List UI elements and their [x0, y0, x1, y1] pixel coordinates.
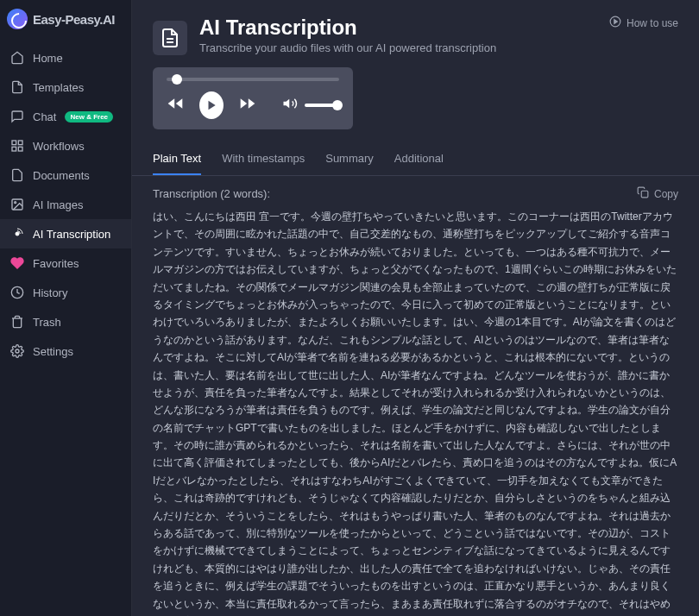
- nav-label: Home: [33, 52, 63, 65]
- svg-point-6: [16, 232, 19, 236]
- sidebar-item-documents[interactable]: Documents: [0, 160, 131, 190]
- svg-marker-15: [209, 101, 216, 110]
- chat-icon: [10, 110, 24, 123]
- tabs: Plain Text With timestamps Summary Addit…: [132, 143, 699, 176]
- document-icon: [10, 80, 24, 94]
- svg-rect-2: [18, 147, 22, 151]
- volume-thumb[interactable]: [332, 100, 343, 110]
- progress-bar[interactable]: [167, 78, 339, 81]
- nav-label: AI Images: [33, 198, 84, 211]
- logo-icon: [7, 9, 28, 29]
- nav-label: Templates: [33, 81, 84, 94]
- sidebar-item-templates[interactable]: Templates: [0, 72, 131, 102]
- brand-name: Easy-Peasy.AI: [33, 12, 115, 27]
- transcript-header: Transcription (2 words): Copy: [132, 176, 699, 208]
- main-content: AI Transcription Transcribe your audio f…: [132, 0, 699, 616]
- audio-player: [153, 67, 353, 129]
- transcript-text: はい、こんにちは西田 宜一です。今週の壁打ちやっていきたいと思います。このコーナ…: [153, 208, 678, 616]
- svg-marker-13: [168, 98, 175, 109]
- image-icon: [10, 198, 24, 211]
- forward-button[interactable]: [239, 95, 256, 116]
- svg-rect-0: [12, 141, 16, 145]
- copy-icon: [637, 186, 649, 201]
- nav-label: AI Transcription: [33, 228, 110, 241]
- svg-point-8: [16, 349, 19, 353]
- volume-icon[interactable]: [282, 96, 298, 115]
- tab-additional[interactable]: Additional: [394, 143, 444, 175]
- nav-label: Trash: [33, 316, 61, 329]
- header-left: AI Transcription Transcribe your audio f…: [153, 16, 496, 55]
- svg-marker-17: [241, 98, 248, 109]
- header: AI Transcription Transcribe your audio f…: [132, 0, 699, 64]
- trash-icon: [10, 315, 24, 329]
- play-button[interactable]: [199, 91, 224, 119]
- progress-thumb[interactable]: [172, 74, 182, 85]
- sidebar: Easy-Peasy.AI Home Templates Chat New & …: [0, 0, 132, 616]
- workflow-icon: [10, 139, 24, 153]
- how-to-use-button[interactable]: How to use: [609, 16, 678, 30]
- logo-area[interactable]: Easy-Peasy.AI: [0, 0, 131, 38]
- sidebar-item-ai-images[interactable]: AI Images: [0, 190, 131, 219]
- sidebar-item-chat[interactable]: Chat New & Free: [0, 102, 131, 131]
- sidebar-item-settings[interactable]: Settings: [0, 336, 131, 366]
- audio-icon: [10, 227, 24, 241]
- sidebar-item-favorites[interactable]: Favorites: [0, 248, 131, 278]
- copy-button[interactable]: Copy: [637, 186, 678, 201]
- svg-marker-16: [249, 98, 255, 109]
- copy-label: Copy: [654, 188, 678, 200]
- svg-rect-1: [18, 141, 22, 145]
- sidebar-item-home[interactable]: Home: [0, 43, 131, 72]
- svg-marker-12: [614, 20, 618, 24]
- nav-label: Chat: [33, 110, 56, 123]
- nav-label: Documents: [33, 169, 90, 182]
- transcript-body[interactable]: はい、こんにちは西田 宜一です。今週の壁打ちやっていきたいと思います。このコーナ…: [132, 208, 699, 616]
- tab-summary[interactable]: Summary: [325, 143, 374, 175]
- nav-list: Home Templates Chat New & Free Workflows: [0, 38, 131, 371]
- svg-rect-19: [641, 191, 648, 198]
- player-controls: [167, 91, 339, 119]
- heart-icon: [10, 256, 24, 270]
- sidebar-item-history[interactable]: History: [0, 278, 131, 307]
- tab-plain-text[interactable]: Plain Text: [153, 143, 201, 175]
- page-title: AI Transcription: [199, 16, 496, 40]
- play-circle-icon: [609, 16, 621, 30]
- home-icon: [10, 51, 24, 65]
- page-subtitle: Transcribe your audio files with our AI …: [199, 41, 496, 54]
- sidebar-item-ai-transcription[interactable]: AI Transcription: [0, 219, 131, 248]
- volume-control: [282, 96, 339, 115]
- svg-marker-14: [176, 98, 183, 109]
- transcript-count-label: Transcription (2 words):: [153, 187, 270, 200]
- svg-point-5: [15, 202, 16, 204]
- sidebar-item-workflows[interactable]: Workflows: [0, 131, 131, 160]
- svg-marker-18: [284, 99, 290, 109]
- svg-rect-3: [12, 147, 16, 151]
- new-badge: New & Free: [65, 111, 113, 123]
- how-to-use-label: How to use: [627, 17, 678, 29]
- sidebar-item-trash[interactable]: Trash: [0, 307, 131, 336]
- nav-label: Workflows: [33, 140, 85, 153]
- documents-icon: [10, 168, 24, 182]
- nav-label: Favorites: [33, 257, 79, 270]
- tab-timestamps[interactable]: With timestamps: [222, 143, 305, 175]
- transcription-header-icon: [153, 21, 187, 55]
- nav-label: History: [33, 286, 67, 299]
- gear-icon: [10, 344, 24, 358]
- header-text: AI Transcription Transcribe your audio f…: [199, 16, 496, 55]
- clock-icon: [10, 286, 24, 299]
- nav-label: Settings: [33, 345, 73, 358]
- volume-slider[interactable]: [305, 104, 339, 107]
- rewind-button[interactable]: [167, 95, 184, 116]
